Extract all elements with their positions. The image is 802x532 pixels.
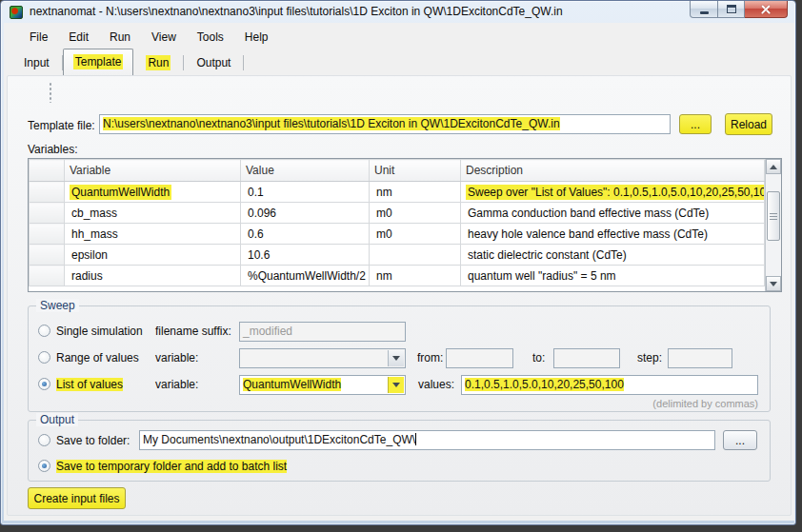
description-cell[interactable]: Gamma conduction band effective mass (Cd… bbox=[461, 203, 765, 224]
value-cell[interactable]: 10.6 bbox=[241, 245, 370, 266]
tab-output[interactable]: Output bbox=[184, 51, 243, 75]
tab-input-label: Input bbox=[24, 56, 50, 69]
panel-grip[interactable] bbox=[49, 82, 52, 103]
menu-edit[interactable]: Edit bbox=[58, 27, 99, 48]
table-row[interactable]: QuantumWellWidth 0.1 nm Sweep over "List… bbox=[30, 182, 765, 203]
scrollbar-track[interactable] bbox=[766, 174, 781, 276]
unit-cell[interactable]: m0 bbox=[370, 224, 461, 245]
scroll-up-button[interactable] bbox=[766, 159, 781, 174]
value-cell[interactable]: %QuantumWellWidth/2 bbox=[241, 266, 370, 286]
close-button[interactable] bbox=[745, 1, 788, 18]
output-folder-value: My Documents\nextnano\output\1DExcitonCd… bbox=[143, 433, 415, 446]
template-file-value: N:\users\nextnano\nextnano3\input files\… bbox=[103, 117, 560, 130]
tab-separator bbox=[243, 55, 244, 70]
unit-cell[interactable]: nm bbox=[370, 182, 461, 203]
from-input[interactable] bbox=[446, 348, 513, 368]
reload-button[interactable]: Reload bbox=[725, 113, 772, 135]
variable-cell[interactable]: cb_mass bbox=[65, 203, 241, 224]
filename-suffix-input[interactable]: _modified bbox=[239, 322, 406, 342]
row-selector-cell[interactable] bbox=[30, 203, 65, 224]
menu-bar: File Edit Run View Tools Help bbox=[4, 25, 794, 49]
chevron-down-icon bbox=[392, 383, 400, 387]
app-icon bbox=[10, 6, 23, 19]
list-of-values-text: List of values bbox=[56, 378, 123, 391]
unit-cell[interactable]: nm bbox=[370, 266, 461, 286]
description-cell[interactable]: quantum well "radius" = 5 nm bbox=[461, 266, 765, 286]
maximize-button[interactable] bbox=[718, 1, 745, 18]
description-cell[interactable]: Sweep over "List of Values": 0.1,0.5,1.0… bbox=[461, 182, 765, 203]
row-selector-cell[interactable] bbox=[30, 245, 65, 266]
list-of-values-radio[interactable] bbox=[38, 378, 50, 390]
variable-cell[interactable]: radius bbox=[65, 266, 241, 286]
table-row[interactable]: epsilon 10.6 static dielectric constant … bbox=[30, 245, 765, 266]
table-scrollbar[interactable] bbox=[765, 159, 781, 291]
browse-template-button[interactable]: ... bbox=[679, 114, 712, 134]
save-to-temp-radio[interactable] bbox=[38, 460, 50, 472]
delimited-hint: (delimited by commas) bbox=[572, 398, 758, 409]
maximize-icon bbox=[727, 5, 736, 13]
filename-suffix-label: filename suffix: bbox=[155, 325, 231, 338]
browse-output-button[interactable]: ... bbox=[723, 430, 757, 450]
description-cell[interactable]: heavy hole valence band effective mass (… bbox=[461, 224, 765, 245]
value-cell[interactable]: 0.6 bbox=[241, 224, 370, 245]
column-header-value[interactable]: Value bbox=[241, 160, 370, 182]
scrollbar-thumb[interactable] bbox=[767, 191, 780, 241]
range-of-values-radio[interactable] bbox=[38, 351, 50, 364]
value-cell[interactable]: 0.096 bbox=[241, 203, 370, 224]
list-variable-label: variable: bbox=[155, 378, 198, 391]
create-input-files-button[interactable]: Create input files bbox=[28, 487, 126, 509]
menu-file[interactable]: File bbox=[19, 27, 58, 48]
tab-output-label: Output bbox=[196, 56, 231, 69]
menu-view[interactable]: View bbox=[141, 27, 187, 48]
output-folder-input[interactable]: My Documents\nextnano\output\1DExcitonCd… bbox=[139, 430, 715, 450]
tab-strip: Input Template Run Output bbox=[4, 49, 794, 75]
step-label: step: bbox=[637, 351, 662, 365]
menu-run[interactable]: Run bbox=[99, 27, 141, 48]
tab-run[interactable]: Run bbox=[133, 51, 183, 75]
browse-output-label: ... bbox=[735, 434, 745, 447]
menu-help[interactable]: Help bbox=[234, 27, 279, 48]
close-icon bbox=[760, 4, 772, 15]
column-header-variable[interactable]: Variable bbox=[65, 160, 241, 182]
variable-cell[interactable]: QuantumWellWidth bbox=[65, 182, 241, 203]
save-to-folder-label: Save to folder: bbox=[56, 434, 130, 447]
create-input-files-label: Create input files bbox=[33, 492, 119, 505]
row-selector-cell[interactable] bbox=[30, 266, 65, 286]
app-window: nextnanomat - N:\users\nextnano\nextnano… bbox=[0, 0, 796, 525]
title-bar[interactable]: nextnanomat - N:\users\nextnano\nextnano… bbox=[1, 1, 795, 23]
single-simulation-radio[interactable] bbox=[38, 325, 50, 337]
minimize-button[interactable] bbox=[690, 1, 718, 18]
table-row[interactable]: hh_mass 0.6 m0 heavy hole valence band e… bbox=[30, 224, 765, 245]
to-input[interactable] bbox=[553, 348, 620, 368]
variable-cell[interactable]: epsilon bbox=[65, 245, 241, 266]
chevron-down-icon bbox=[392, 356, 400, 361]
tab-template[interactable]: Template bbox=[63, 49, 134, 75]
value-cell[interactable]: 0.1 bbox=[241, 182, 370, 203]
column-header-description[interactable]: Description bbox=[461, 160, 765, 182]
step-input[interactable] bbox=[668, 348, 732, 368]
save-to-temp-text: Save to temporary folder and add to batc… bbox=[56, 460, 287, 473]
table-row[interactable]: radius %QuantumWellWidth/2 nm quantum we… bbox=[30, 266, 765, 286]
column-header-unit[interactable]: Unit bbox=[370, 160, 461, 182]
list-variable-value: QuantumWellWidth bbox=[243, 378, 341, 391]
row-selector-cell[interactable] bbox=[30, 182, 65, 203]
row-selector-cell[interactable] bbox=[30, 224, 65, 245]
description-cell[interactable]: static dielectric constant (CdTe) bbox=[461, 245, 765, 266]
values-input[interactable]: 0.1,0.5,1.0,5.0,10,20,25,50,100 bbox=[461, 375, 758, 395]
range-variable-dropdown[interactable] bbox=[239, 348, 406, 368]
dropdown-button[interactable] bbox=[388, 350, 404, 366]
row-selector-header[interactable] bbox=[30, 160, 65, 182]
tab-input[interactable]: Input bbox=[11, 51, 62, 75]
list-variable-dropdown[interactable]: QuantumWellWidth bbox=[239, 375, 406, 395]
single-simulation-label: Single simulation bbox=[56, 325, 143, 338]
menu-tools[interactable]: Tools bbox=[187, 27, 234, 48]
table-row[interactable]: cb_mass 0.096 m0 Gamma conduction band e… bbox=[30, 203, 765, 224]
template-file-input[interactable]: N:\users\nextnano\nextnano3\input files\… bbox=[99, 114, 671, 134]
range-of-values-label: Range of values bbox=[56, 351, 139, 365]
scroll-down-button[interactable] bbox=[766, 276, 781, 291]
variable-cell[interactable]: hh_mass bbox=[65, 224, 241, 245]
unit-cell[interactable] bbox=[370, 245, 461, 266]
save-to-folder-radio[interactable] bbox=[38, 434, 50, 446]
dropdown-button[interactable] bbox=[388, 377, 404, 393]
unit-cell[interactable]: m0 bbox=[370, 203, 461, 224]
